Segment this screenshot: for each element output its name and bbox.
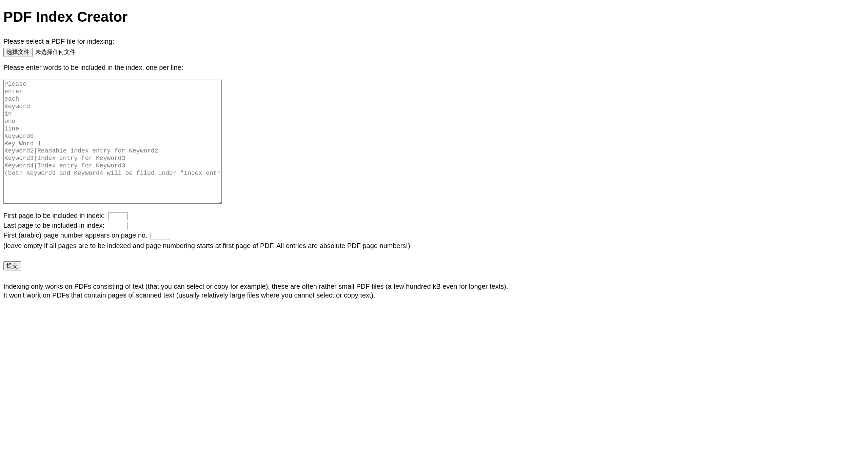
submit-button[interactable]: 提交 [3, 261, 21, 270]
file-input-row: 选择文件 未选择任何文件 [3, 47, 865, 57]
info-block: Indexing only works on PDFs consisting o… [3, 282, 865, 300]
keywords-textarea[interactable] [3, 80, 222, 204]
page-title: PDF Index Creator [3, 7, 865, 27]
file-status-text: 未选择任何文件 [35, 49, 76, 55]
first-arabic-input[interactable] [151, 232, 170, 240]
page-settings-block: First page to be included in index: Last… [3, 211, 865, 250]
first-page-label: First page to be included in index: [3, 212, 105, 219]
last-page-input[interactable] [108, 222, 127, 230]
last-page-label: Last page to be included in index: [3, 222, 104, 229]
first-page-input[interactable] [108, 212, 128, 220]
enter-words-prompt: Please enter words to be included in the… [3, 63, 865, 72]
info-line-1: Indexing only works on PDFs consisting o… [3, 282, 865, 291]
first-arabic-label: First (arabic) page number appears on pa… [3, 231, 147, 239]
info-line-2: It won't work on PDFs that contain pages… [3, 291, 865, 300]
page-settings-hint: (leave empty if all pages are to be inde… [3, 241, 865, 250]
choose-file-button[interactable]: 选择文件 [3, 48, 33, 57]
select-file-prompt: Please select a PDF file for indexing: [3, 37, 865, 46]
